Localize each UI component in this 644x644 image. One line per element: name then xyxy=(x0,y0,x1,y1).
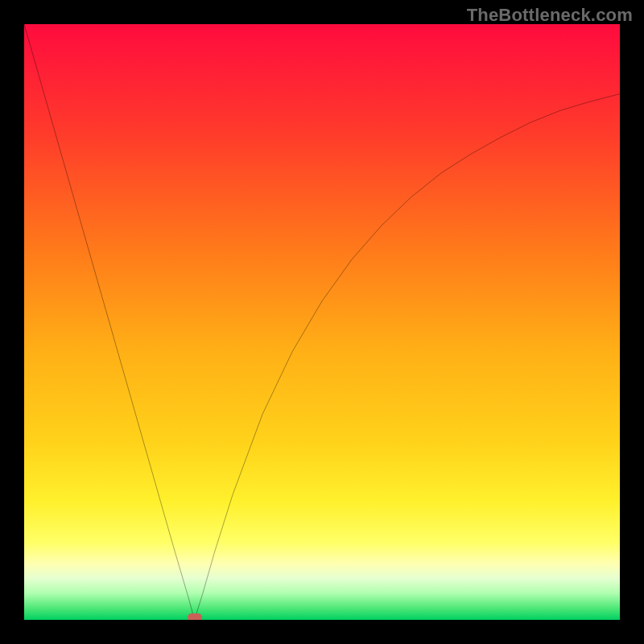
chart-frame: TheBottleneck.com xyxy=(0,0,644,644)
watermark-text: TheBottleneck.com xyxy=(467,5,633,26)
plot-area xyxy=(24,24,620,620)
optimal-marker xyxy=(188,613,202,620)
bottleneck-curve xyxy=(24,24,620,620)
